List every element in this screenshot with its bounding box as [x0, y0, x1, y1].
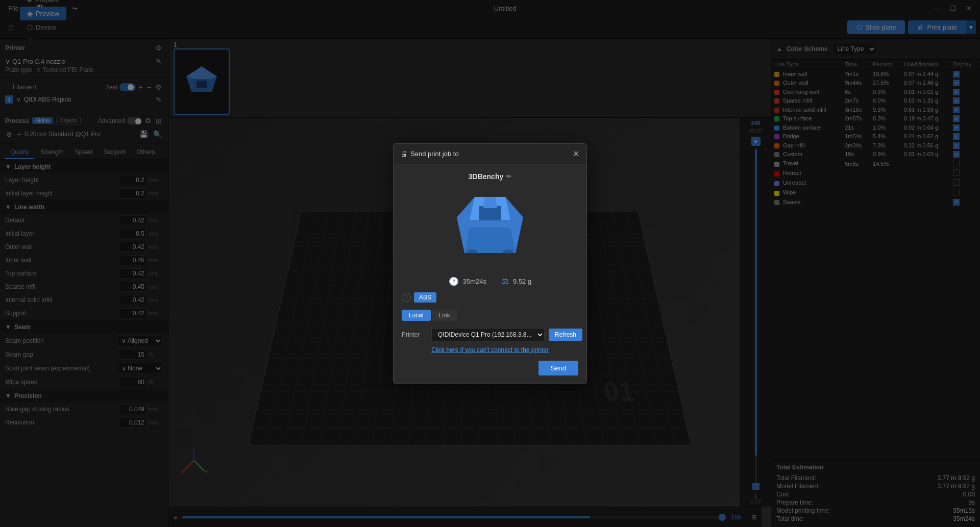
modal-body: 3DBenchy ✏ 🕐 35m24s: [394, 164, 586, 384]
refresh-btn[interactable]: Refresh: [549, 329, 582, 341]
connect-link[interactable]: Click here if you can't connect to the p…: [402, 346, 578, 354]
send-btn[interactable]: Send: [538, 361, 578, 375]
model-preview: [402, 187, 578, 268]
material-help-btn[interactable]: ?: [402, 293, 411, 302]
model-stats: 🕐 35m24s ⚖ 9.52 g: [402, 277, 578, 286]
model-name: 3DBenchy: [469, 172, 503, 181]
connection-tabs: Local Link: [402, 310, 578, 321]
svg-point-20: [467, 249, 477, 255]
svg-rect-18: [479, 206, 501, 220]
svg-marker-19: [483, 197, 497, 208]
material-row: ? ABS: [402, 292, 578, 303]
model-name-row: 3DBenchy ✏: [402, 172, 578, 181]
svg-point-21: [503, 249, 513, 255]
send-row: Send: [402, 361, 578, 375]
edit-icon[interactable]: ✏: [506, 173, 511, 180]
printer-select-row: Printer QIDIDevice Q1 Pro (192.168.3.8..…: [402, 328, 578, 341]
weight-stat: ⚖ 9.52 g: [502, 277, 531, 286]
clock-icon: 🕐: [449, 277, 459, 286]
printer-select[interactable]: QIDIDevice Q1 Pro (192.168.3.8...: [431, 328, 545, 341]
modal-overlay[interactable]: 🖨 Send print job to ✕ 3DBenchy ✏: [0, 0, 980, 527]
material-badge: ABS: [414, 292, 436, 303]
send-print-modal: 🖨 Send print job to ✕ 3DBenchy ✏: [393, 143, 587, 384]
weight-icon: ⚖: [502, 277, 509, 286]
local-tab[interactable]: Local: [402, 310, 431, 321]
svg-marker-16: [464, 228, 516, 253]
printer-field-label: Printer: [402, 331, 427, 338]
modal-close-btn[interactable]: ✕: [573, 149, 579, 159]
link-tab[interactable]: Link: [432, 310, 457, 321]
model-svg: [444, 187, 536, 268]
modal-header: 🖨 Send print job to ✕: [394, 144, 586, 164]
printer-icon: 🖨: [401, 150, 407, 158]
modal-title: 🖨 Send print job to: [401, 150, 459, 158]
time-stat: 🕐 35m24s: [449, 277, 486, 286]
